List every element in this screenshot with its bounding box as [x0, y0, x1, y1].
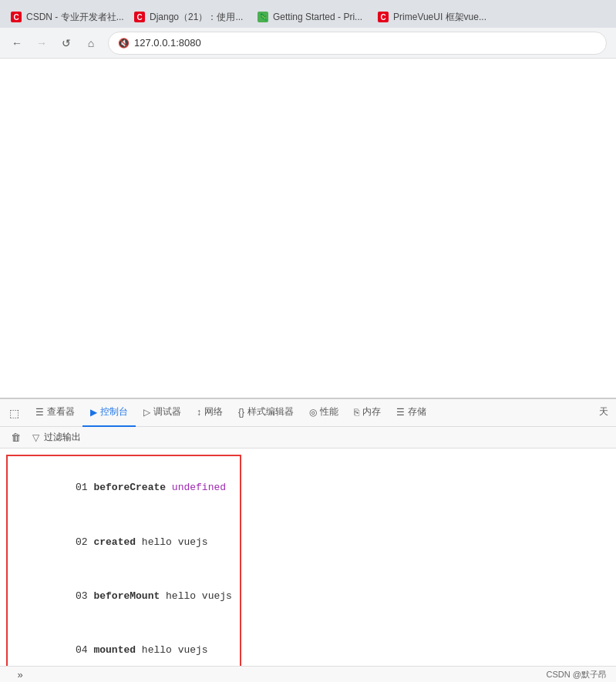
tab-primevue-favicon: 🦎 — [258, 12, 268, 22]
page-content — [0, 59, 616, 398]
tab-django-label: Django（21）：使用... — [150, 11, 243, 24]
console-icon: ▶ — [90, 407, 97, 418]
keyword-4: mounted — [93, 644, 136, 656]
line-num-4: 04 — [76, 644, 93, 656]
memory-label: 内存 — [362, 405, 381, 418]
console-lifecycle-box: 01 beforeCreate undefined 02 created hel… — [6, 455, 241, 666]
keyword-3: beforeMount — [93, 590, 160, 602]
filter-label: 过滤输出 — [44, 431, 81, 444]
tab-primevueui[interactable]: C PrimeVueUI 框架vue... — [370, 6, 493, 28]
clear-console-button[interactable]: 🗑 — [6, 428, 25, 447]
console-label: 控制台 — [100, 405, 128, 418]
debugger-label: 调试器 — [153, 405, 181, 418]
tab-primevue[interactable]: 🦎 Getting Started - Pri... — [250, 6, 370, 28]
storage-icon: ☰ — [396, 407, 405, 418]
viewer-label: 查看器 — [47, 405, 75, 418]
line-num-3: 03 — [76, 590, 93, 602]
devtools-tab-memory[interactable]: ⎘ 内存 — [346, 399, 389, 427]
console-line-2: 02 created hello vuejs — [15, 515, 232, 569]
line-num-2: 02 — [76, 536, 93, 548]
value-3: hello vuejs — [160, 590, 232, 602]
back-button[interactable]: ← — [6, 32, 28, 54]
tab-csdn-label: CSDN - 专业开发者社... — [26, 11, 124, 24]
tab-primevueui-favicon: C — [378, 12, 389, 22]
forward-icon: → — [36, 37, 47, 49]
value-1: undefined — [166, 482, 226, 493]
devtools-panel: ⬚ ☰ 查看器 ▶ 控制台 ▷ 调试器 ↕ 网络 {} 样式编辑器 — [0, 398, 616, 682]
keyword-1: beforeCreate — [93, 482, 166, 493]
console-line-1: 01 beforeCreate undefined — [15, 461, 232, 515]
line-num-1: 01 — [76, 482, 93, 493]
tab-primevueui-label: PrimeVueUI 框架vue... — [393, 11, 486, 24]
more-label: 天 — [599, 405, 608, 418]
devtools-left-icons: ⬚ — [3, 402, 25, 424]
devtools-tab-viewer[interactable]: ☰ 查看器 — [28, 399, 82, 427]
filter-icon: ▽ — [32, 432, 39, 443]
shield-icon: 🔇 — [118, 38, 130, 49]
bottom-status-bar: » CSDN @默子昂 — [0, 666, 616, 682]
home-icon: ⌂ — [88, 37, 94, 49]
devtools-tab-more[interactable]: 天 — [594, 399, 613, 427]
back-icon: ← — [12, 37, 22, 49]
tab-primevue-label: Getting Started - Pri... — [273, 12, 362, 22]
console-line-4: 04 mounted hello vuejs — [15, 623, 232, 666]
style-label: 样式编辑器 — [247, 405, 294, 418]
devtools-tab-network[interactable]: ↕ 网络 — [189, 399, 231, 427]
address-bar[interactable]: 🔇 127.0.0.1:8080 — [108, 32, 607, 55]
keyword-2: created — [93, 536, 136, 548]
console-line-3: 03 beforeMount hello vuejs — [15, 569, 232, 623]
network-label: 网络 — [204, 405, 223, 418]
home-button[interactable]: ⌂ — [80, 32, 102, 54]
forward-button[interactable]: → — [31, 32, 52, 54]
trash-icon: 🗑 — [11, 432, 21, 443]
devtools-secondary-bar: 🗑 ▽ 过滤输出 — [0, 427, 616, 449]
refresh-button[interactable]: ↺ — [56, 32, 77, 54]
tab-django[interactable]: C Django（21）：使用... — [126, 6, 250, 28]
expand-button[interactable]: » — [9, 664, 31, 683]
nav-bar: ← → ↺ ⌂ 🔇 127.0.0.1:8080 — [0, 28, 616, 59]
devtools-tab-style[interactable]: {} 样式编辑器 — [231, 399, 301, 427]
devtools-tab-console[interactable]: ▶ 控制台 — [82, 399, 136, 427]
browser-window: C CSDN - 专业开发者社... C Django（21）：使用... 🦎 … — [0, 0, 616, 682]
tab-bar: C CSDN - 专业开发者社... C Django（21）：使用... 🦎 … — [0, 0, 616, 28]
tab-csdn[interactable]: C CSDN - 专业开发者社... — [3, 6, 126, 28]
tab-csdn-favicon: C — [11, 12, 22, 22]
devtools-tab-debugger[interactable]: ▷ 调试器 — [136, 399, 189, 427]
devtools-toolbar: ⬚ ☰ 查看器 ▶ 控制台 ▷ 调试器 ↕ 网络 {} 样式编辑器 — [0, 399, 616, 427]
url-display: 127.0.0.1:8080 — [134, 37, 201, 49]
console-output: 01 beforeCreate undefined 02 created hel… — [0, 449, 616, 666]
value-2: hello vuejs — [136, 536, 208, 548]
tab-django-favicon: C — [134, 12, 145, 22]
network-icon: ↕ — [197, 407, 201, 418]
debugger-icon: ▷ — [143, 407, 150, 418]
viewer-icon: ☰ — [35, 407, 44, 418]
perf-label: 性能 — [320, 405, 338, 418]
inspect-toggle-button[interactable]: ⬚ — [3, 402, 25, 424]
value-4: hello vuejs — [136, 644, 208, 656]
devtools-tab-storage[interactable]: ☰ 存储 — [389, 399, 434, 427]
perf-icon: ◎ — [309, 407, 317, 418]
status-text: CSDN @默子昂 — [547, 669, 607, 680]
refresh-icon: ↺ — [62, 37, 71, 49]
memory-icon: ⎘ — [354, 407, 359, 418]
style-icon: {} — [238, 407, 244, 418]
storage-label: 存储 — [408, 405, 426, 418]
devtools-tab-perf[interactable]: ◎ 性能 — [301, 399, 346, 427]
